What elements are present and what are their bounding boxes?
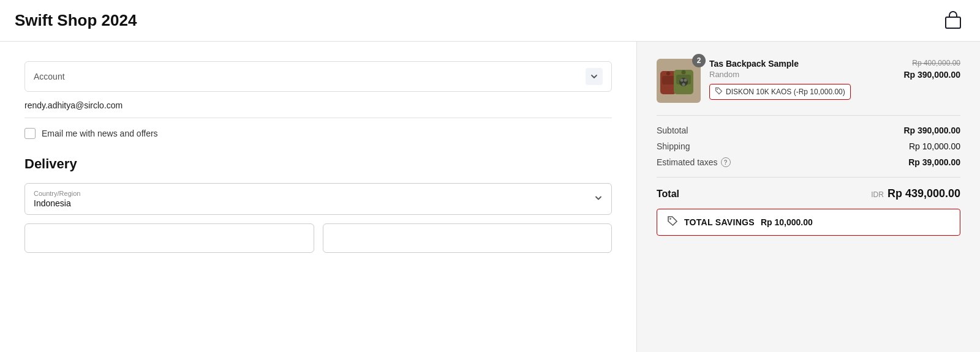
total-currency: IDR: [871, 190, 884, 199]
account-email: rendy.adhitya@sirclo.com: [24, 97, 612, 118]
product-image-wrapper: 2: [657, 59, 701, 103]
country-chevron-icon: [594, 194, 603, 204]
cart-button[interactable]: [941, 7, 965, 34]
taxes-label: Estimated taxes ?: [657, 157, 731, 167]
delivery-title: Delivery: [24, 156, 612, 172]
svg-point-11: [682, 83, 685, 86]
svg-point-9: [680, 79, 684, 82]
svg-point-12: [717, 89, 718, 90]
total-row: Total IDR Rp 439,000.00: [657, 187, 960, 200]
country-value: Indonesia: [34, 198, 71, 208]
svg-point-7: [682, 70, 686, 75]
product-prices: Rp 400,000.00 Rp 390,000.00: [903, 59, 960, 80]
newsletter-label: Email me with news and offers: [42, 129, 158, 138]
total-divider: [657, 177, 960, 178]
svg-point-10: [684, 79, 687, 82]
newsletter-row: Email me with news and offers: [24, 128, 612, 139]
shipping-row: Shipping Rp 10,000.00: [657, 141, 960, 151]
subtotal-label: Subtotal: [657, 125, 688, 135]
account-section: Account rendy.adhitya@sirclo.com Email m…: [24, 61, 612, 139]
summary-rows: Subtotal Rp 390,000.00 Shipping Rp 10,00…: [657, 125, 960, 167]
country-label: Country/Region: [34, 190, 603, 197]
summary-divider: [657, 115, 960, 116]
right-panel: 2 Tas Backpack Sample Random DISKON 10K …: [637, 42, 980, 352]
newsletter-checkbox[interactable]: [24, 128, 36, 139]
product-variant: Random: [709, 70, 895, 79]
country-select[interactable]: Country/Region Indonesia: [24, 183, 612, 215]
total-value: Rp 439,000.00: [888, 187, 960, 200]
discount-text: DISKON 10K KAOS (-Rp 10,000.00): [726, 88, 845, 96]
tag-icon: [715, 87, 723, 97]
site-title: Swift Shop 2024: [15, 11, 137, 30]
last-name-input[interactable]: [323, 223, 612, 253]
total-right: IDR Rp 439,000.00: [871, 187, 960, 200]
shopping-bag-icon: [943, 10, 963, 29]
savings-badge: TOTAL SAVINGS Rp 10,000.00: [657, 209, 960, 236]
taxes-row: Estimated taxes ? Rp 39,000.00: [657, 157, 960, 167]
svg-rect-3: [662, 76, 674, 84]
first-name-input[interactable]: [24, 223, 314, 253]
savings-amount: Rp 10,000.00: [761, 217, 813, 227]
price-original: Rp 400,000.00: [903, 59, 960, 67]
savings-label: TOTAL SAVINGS: [684, 217, 755, 227]
subtotal-value: Rp 390,000.00: [903, 125, 960, 135]
account-chevron-button[interactable]: [586, 68, 603, 85]
product-name: Tas Backpack Sample: [709, 59, 895, 69]
product-row: 2 Tas Backpack Sample Random DISKON 10K …: [657, 59, 960, 103]
left-panel: Account rendy.adhitya@sirclo.com Email m…: [0, 42, 637, 352]
product-info: Tas Backpack Sample Random DISKON 10K KA…: [709, 59, 895, 100]
product-quantity-badge: 2: [692, 54, 706, 67]
shipping-label: Shipping: [657, 141, 690, 151]
savings-tag-icon: [667, 215, 678, 229]
header: Swift Shop 2024: [0, 0, 980, 42]
svg-point-13: [669, 218, 671, 220]
account-row: Account: [24, 61, 612, 92]
taxes-info-icon[interactable]: ?: [721, 157, 731, 167]
total-label: Total: [657, 189, 679, 200]
account-label: Account: [34, 72, 65, 81]
main-layout: Account rendy.adhitya@sirclo.com Email m…: [0, 42, 980, 352]
delivery-section: Delivery Country/Region Indonesia: [24, 156, 612, 253]
name-input-row: [24, 223, 612, 253]
svg-rect-0: [946, 17, 960, 28]
taxes-value: Rp 39,000.00: [908, 157, 960, 167]
subtotal-row: Subtotal Rp 390,000.00: [657, 125, 960, 135]
discount-badge: DISKON 10K KAOS (-Rp 10,000.00): [709, 84, 851, 100]
svg-point-4: [666, 72, 670, 75]
shipping-value: Rp 10,000.00: [909, 141, 960, 151]
chevron-down-icon: [590, 72, 598, 81]
price-current: Rp 390,000.00: [903, 70, 960, 80]
